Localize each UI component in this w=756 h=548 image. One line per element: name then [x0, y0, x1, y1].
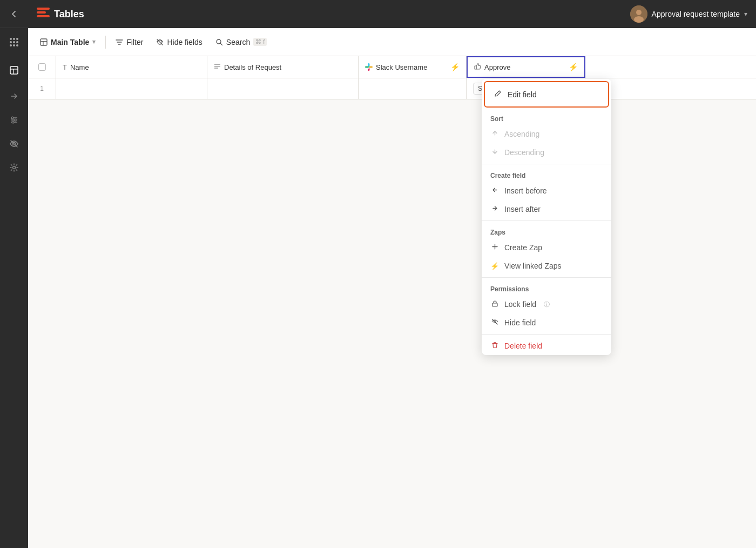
row-number: 1 — [40, 85, 44, 92]
menu-divider-2 — [482, 220, 611, 221]
top-navbar: Tables Approval request template ▾ — [28, 0, 756, 28]
delete-field-label: Delete field — [504, 342, 542, 350]
column-header-approve[interactable]: Approve ⚡ — [467, 56, 585, 78]
arrow-right-icon[interactable] — [0, 84, 28, 108]
trash-icon — [490, 342, 499, 350]
svg-point-14 — [634, 16, 644, 23]
view-linked-zaps-button[interactable]: ⚡ View linked Zaps — [482, 257, 611, 275]
list-type-icon — [214, 63, 221, 71]
app-title: Tables — [54, 9, 84, 20]
row-checkbox-cell[interactable]: 1 — [28, 78, 56, 99]
filter-sliders-icon[interactable] — [0, 108, 28, 132]
avatar — [630, 5, 647, 23]
insert-before-label: Insert before — [504, 186, 547, 195]
permissions-section-label: Permissions — [482, 280, 611, 295]
svg-rect-0 — [10, 66, 18, 74]
grid-apps-icon[interactable] — [0, 30, 28, 54]
context-dropdown-menu: Edit field Sort Ascending Descending — [482, 79, 611, 355]
filter-icon — [116, 38, 123, 46]
hide-fields-button[interactable]: Hide fields — [151, 35, 207, 50]
arrow-down-icon — [490, 148, 499, 157]
column-header-name[interactable]: T Name — [56, 56, 207, 78]
hide-fields-icon — [156, 38, 164, 46]
edit-field-button[interactable]: Edit field — [484, 81, 609, 108]
menu-divider-1 — [482, 164, 611, 164]
toolbar-divider-1 — [105, 36, 106, 49]
arrow-right-icon — [490, 205, 499, 213]
menu-divider-4 — [482, 334, 611, 335]
table-body: 1 Set up button — [28, 78, 756, 548]
filter-button[interactable]: Filter — [110, 35, 148, 50]
column-slack-label: Slack Username — [376, 63, 427, 71]
table-toolbar: Main Table ▾ Filter Hide fields Search — [28, 28, 756, 56]
table-small-icon — [40, 38, 48, 46]
create-zap-button[interactable]: Create Zap — [482, 238, 611, 257]
insert-before-button[interactable]: Insert before — [482, 182, 611, 200]
eye-slash-icon — [490, 318, 499, 327]
insert-after-button[interactable]: Insert after — [482, 200, 611, 218]
descending-button[interactable]: Descending — [482, 143, 611, 162]
filter-label: Filter — [126, 38, 143, 46]
search-button[interactable]: Search ⌘ f — [210, 35, 272, 50]
search-shortcut: ⌘ f — [253, 38, 267, 46]
lock-icon — [490, 300, 499, 309]
column-details-label: Details of Request — [224, 63, 281, 71]
app-logo: Tables — [37, 8, 84, 21]
column-header-details[interactable]: Details of Request — [207, 56, 359, 78]
header-checkbox-cell — [28, 56, 56, 78]
svg-point-7 — [14, 119, 16, 121]
svg-point-20 — [217, 39, 221, 44]
thumb-up-icon — [474, 63, 481, 71]
column-approve-label: Approve — [484, 63, 510, 71]
cell-details[interactable] — [207, 78, 359, 99]
arrow-left-icon — [490, 186, 499, 195]
search-label: Search — [226, 38, 250, 46]
lock-field-label: Lock field — [504, 300, 536, 309]
template-name: Approval request template — [652, 10, 740, 18]
lightning-small-icon: ⚡ — [490, 262, 499, 270]
main-content: Tables Approval request template ▾ Main … — [28, 0, 756, 548]
lightning-icon-approve: ⚡ — [569, 63, 578, 71]
edit-pencil-icon — [494, 90, 502, 99]
table-header: T Name Details of Request — [28, 56, 756, 78]
arrow-up-icon — [490, 130, 499, 138]
chevron-down-icon: ▾ — [744, 10, 747, 18]
svg-point-13 — [636, 10, 642, 15]
column-header-slack[interactable]: Slack Username ⚡ — [359, 56, 467, 78]
hide-field-label: Hide field — [504, 318, 536, 327]
settings-icon[interactable] — [0, 156, 28, 179]
logo-icon — [37, 8, 50, 21]
cell-slack[interactable] — [359, 78, 467, 99]
create-field-section-label: Create field — [482, 166, 611, 182]
dropdown-arrow-icon: ▾ — [92, 38, 96, 45]
main-table-button[interactable]: Main Table ▾ — [35, 35, 101, 50]
table-area: T Name Details of Request — [28, 56, 756, 548]
info-icon: ⓘ — [544, 300, 550, 309]
lightning-icon-slack: ⚡ — [450, 63, 460, 71]
select-all-checkbox[interactable] — [38, 63, 46, 71]
delete-field-button[interactable]: Delete field — [482, 337, 611, 355]
hide-field-button[interactable]: Hide field — [482, 313, 611, 332]
hide-fields-label: Hide fields — [167, 38, 202, 46]
view-linked-zaps-label: View linked Zaps — [504, 262, 562, 270]
svg-point-6 — [11, 117, 14, 119]
user-menu[interactable]: Approval request template ▾ — [630, 5, 747, 23]
back-button[interactable] — [0, 0, 28, 28]
slack-icon — [365, 63, 373, 71]
main-table-label: Main Table — [51, 38, 89, 46]
ascending-button[interactable]: Ascending — [482, 125, 611, 143]
eye-off-icon[interactable] — [0, 132, 28, 156]
sidebar — [0, 0, 28, 548]
ascending-label: Ascending — [504, 130, 539, 138]
svg-rect-15 — [40, 39, 47, 45]
svg-point-8 — [12, 121, 14, 123]
lock-field-button[interactable]: Lock field ⓘ — [482, 295, 611, 313]
cell-name[interactable] — [56, 78, 207, 99]
text-type-icon: T — [63, 63, 67, 71]
sort-section-label: Sort — [482, 110, 611, 125]
column-name-label: Name — [70, 63, 89, 71]
table-icon[interactable] — [0, 58, 28, 82]
insert-after-label: Insert after — [504, 205, 541, 213]
search-icon — [215, 38, 223, 46]
edit-field-label: Edit field — [508, 90, 537, 99]
